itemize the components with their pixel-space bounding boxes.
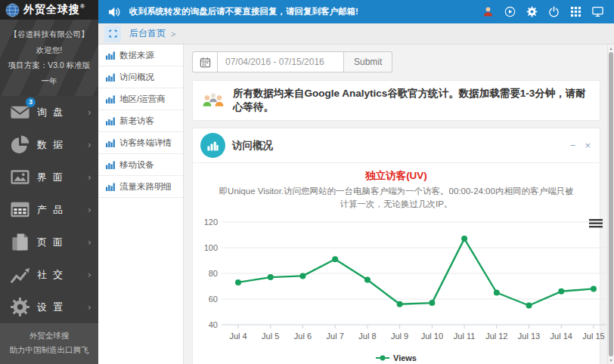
submenu-item-new-returning-visitors[interactable]: 新老访客 [98, 110, 183, 132]
expand-icon [108, 29, 118, 39]
submenu-item-label: 新老访客 [119, 116, 154, 127]
footer-brand: 外贸全球搜 [0, 329, 98, 343]
submenu-item-label: 流量来路明细 [119, 181, 172, 193]
svg-text:Jul 11: Jul 11 [454, 332, 476, 341]
vertical-scrollbar[interactable]: ▲ ▼ [607, 45, 614, 364]
chevron-right-icon: › [88, 301, 91, 313]
svg-text:Jul 13: Jul 13 [518, 332, 540, 341]
svg-text:40: 40 [209, 320, 218, 329]
chart-description: 即Unique Visitor.访问您网站的一台电脑客户端为一个访客。00:00… [216, 185, 577, 210]
brand-name: 外贸全球搜® [23, 3, 85, 17]
play-circle-icon[interactable] [504, 6, 516, 17]
notice-text: 所有数据均来自Google Analytics谷歌官方统计。数据加载需要1-3分… [233, 87, 591, 114]
svg-text:Jul 14: Jul 14 [550, 332, 572, 341]
sidebar-item-label: 社交 [37, 268, 88, 282]
legend-label[interactable]: Views [393, 353, 417, 362]
submenu-item-traffic-source-detail[interactable]: 流量来路明细 [98, 176, 183, 198]
visit-overview-panel: 访问概况 − × 独立访客(UV) 即Unique Visitor.访问您网站的… [192, 128, 600, 364]
settings-icon [10, 297, 30, 317]
footer-slogan: 助力中国制造出口腾飞 [0, 343, 98, 357]
submenu-item-mobile-devices[interactable]: 移动设备 [98, 154, 183, 176]
sidebar-item-products[interactable]: 产品› [0, 193, 98, 226]
table-icon [10, 199, 30, 220]
grid-icon[interactable] [570, 6, 581, 17]
notice-card: 所有数据均来自Google Analytics谷歌官方统计。数据加载需要1-3分… [192, 80, 600, 121]
sidebar-item-social[interactable]: 社交› [0, 258, 98, 291]
sidebar-item-label: 设置 [37, 301, 88, 314]
trend-chart-icon [10, 264, 30, 285]
breadcrumb-home-link[interactable]: 后台首页 [129, 27, 166, 40]
scrollbar-up-arrow[interactable]: ▲ [608, 45, 614, 51]
panel-window-controls: − × [570, 140, 591, 150]
svg-text:Jul 8: Jul 8 [358, 332, 376, 341]
sidebar-nav: 3询盘›数据›界面›产品›页面›社交›设置› [0, 96, 98, 323]
user-avatar[interactable] [482, 6, 494, 17]
calendar-addon[interactable] [192, 51, 217, 72]
sidebar-item-label: 询盘 [37, 106, 88, 119]
main-content: Submit 所有数据均来自Google Analytics谷歌官方统计。数据加… [184, 45, 607, 364]
breadcrumb-separator: > [171, 29, 175, 39]
submit-button[interactable]: Submit [344, 51, 392, 72]
welcome-plan: 项目方案：V3.0 标准版 一年 [6, 57, 92, 88]
bar-chart-icon [106, 160, 115, 169]
scrollbar-down-arrow[interactable]: ▼ [608, 357, 614, 363]
svg-text:Jul 5: Jul 5 [262, 332, 279, 341]
sidebar-item-label: 数据 [37, 138, 88, 152]
chart-legend[interactable]: Views [194, 353, 598, 364]
line-chart[interactable]: 406080100120Jul 4Jul 5Jul 6Jul 7Jul 8Jul… [194, 211, 609, 353]
scrollbar-thumb[interactable] [609, 52, 613, 356]
svg-text:80: 80 [209, 269, 218, 278]
chevron-right-icon: › [88, 269, 91, 280]
sidebar-item-settings[interactable]: 设置› [0, 291, 98, 323]
bar-chart-icon [106, 182, 115, 191]
svg-text:Jul 12: Jul 12 [485, 332, 507, 341]
welcome-company: 【谷道科技有限公司】欢迎您! [6, 26, 92, 57]
submenu-item-region-carrier[interactable]: 地区/运营商 [98, 88, 183, 110]
sidebar-item-pages[interactable]: 页面› [0, 226, 98, 258]
bar-chart-icon [106, 94, 115, 103]
submenu-item-label: 移动设备 [119, 159, 154, 171]
svg-text:Jul 15: Jul 15 [582, 332, 604, 341]
chevron-right-icon: › [88, 171, 91, 183]
speaker-icon [108, 7, 121, 17]
power-icon[interactable] [548, 6, 560, 17]
svg-text:60: 60 [209, 295, 218, 304]
sidebar-item-data[interactable]: 数据› [0, 128, 98, 161]
date-range-input[interactable] [217, 51, 344, 72]
chart-menu-icon [589, 219, 603, 221]
sidebar-item-interface[interactable]: 界面› [0, 161, 98, 193]
monitor-icon[interactable] [592, 6, 603, 17]
minimize-icon[interactable]: − [570, 140, 576, 150]
gear-icon[interactable] [526, 6, 538, 17]
svg-text:Jul 9: Jul 9 [391, 332, 408, 341]
welcome-block: 【谷道科技有限公司】欢迎您! 项目方案：V3.0 标准版 一年 [0, 20, 98, 96]
chevron-right-icon: › [88, 204, 91, 215]
panel-title: 访问概况 [232, 139, 570, 153]
submenu-item-label: 访问概况 [119, 72, 154, 83]
svg-text:100: 100 [204, 243, 218, 252]
sidebar-item-label: 界面 [37, 171, 88, 184]
breadcrumb-bar: 后台首页 > [98, 23, 614, 45]
pie-chart-icon [10, 134, 30, 155]
registered-mark: ® [80, 4, 85, 11]
image-icon [10, 167, 30, 187]
pages-icon [10, 232, 30, 252]
bar-chart-icon [106, 72, 115, 82]
submenu-item-data-source[interactable]: 数据来源 [98, 45, 183, 66]
svg-text:120: 120 [204, 217, 218, 227]
chevron-right-icon: › [88, 139, 91, 150]
chart-menu-icon [589, 226, 603, 227]
sidebar-item-inquiries[interactable]: 3询盘› [0, 96, 98, 128]
app-window: 外贸全球搜® 【谷道科技有限公司】欢迎您! 项目方案：V3.0 标准版 一年 3… [0, 0, 614, 364]
submenu-item-visitor-terminal-detail[interactable]: 访客终端详情 [98, 132, 183, 154]
submenu-item-visit-overview[interactable]: 访问概况 [98, 66, 183, 88]
chart-subtitle: 独立访客(UV) [194, 169, 598, 183]
sidebar-item-label: 页面 [37, 236, 88, 249]
legend-marker-icon [376, 354, 389, 362]
close-icon[interactable]: × [585, 140, 591, 150]
main-column: 收到系统转发的询盘后请不要直接回复，请回复到客户邮箱! 后台首页 > 数据来源访… [98, 0, 614, 364]
topbar-icons [482, 6, 603, 17]
bar-chart-icon [106, 138, 115, 147]
fullscreen-toggle-button[interactable] [104, 26, 121, 42]
date-filter-group: Submit [192, 51, 600, 72]
